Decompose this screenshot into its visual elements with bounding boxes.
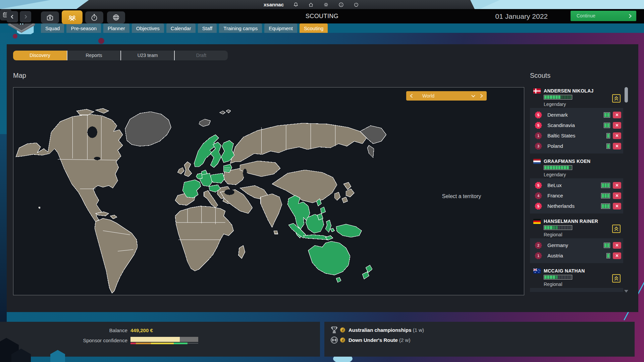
info-icon[interactable] (338, 2, 344, 8)
region-name: Baltic States (547, 133, 575, 138)
nav-bar: SCOUTING 01 January 2022 Continue (0, 9, 644, 23)
subtab-u23-team[interactable]: U23 team (120, 51, 174, 60)
region-name: Scandinavia (547, 122, 575, 128)
region-row[interactable]: 5 Scandinavia ✕ (530, 120, 623, 131)
remove-region-button[interactable]: ✕ (613, 112, 621, 118)
promote-scout-button[interactable] (612, 225, 621, 233)
region-name: Germany (547, 242, 568, 248)
scout-flag (533, 219, 541, 224)
event-icon (330, 336, 339, 345)
region-row[interactable]: 5 Denmark ✕ (530, 110, 623, 120)
scout-regions: 5 Denmark ✕ 5 Scandinavia ✕ 1 Baltic Sta… (530, 108, 623, 154)
scout-entry: MCCAIG NATHAN Regional (530, 267, 623, 292)
info-dot-icon: i (340, 327, 345, 333)
region-level-badge: 5 (535, 182, 542, 189)
remove-region-button[interactable]: ✕ (613, 252, 621, 259)
denmark-flag-icon (533, 88, 541, 94)
remove-region-button[interactable]: ✕ (613, 122, 621, 129)
region-level-badge: 1 (535, 252, 542, 259)
sub-tab-bar: DiscoveryReportsU23 teamDraft (13, 51, 228, 60)
bell-icon[interactable] (293, 2, 299, 8)
balance-label: Balance (54, 327, 127, 333)
scout-header[interactable]: ANDERSEN NIKOLAJ Legendary (530, 87, 623, 108)
region-name: BeLux (547, 182, 562, 188)
scout-level: Legendary (544, 102, 566, 107)
tab-objectives[interactable]: Objectives (132, 23, 164, 33)
tab-planner[interactable]: Planner (103, 23, 129, 33)
scroll-down-icon[interactable] (624, 290, 628, 293)
continue-button[interactable]: Continue (571, 11, 636, 21)
scout-entry: GRAAFMANS KOEN Legendary 5 BeLux ✕ 4 Fra… (530, 158, 623, 214)
scout-progress-bar (544, 95, 572, 100)
region-segments-indicator (601, 183, 610, 188)
remove-region-button[interactable]: ✕ (613, 182, 621, 189)
tab-scouting[interactable]: Scouting (300, 23, 328, 33)
tab-equipment[interactable]: Equipment (264, 23, 297, 33)
scout-header[interactable]: GRAAFMANS KOEN Legendary (530, 158, 623, 178)
tab-pre-season[interactable]: Pre-season (66, 23, 101, 33)
scout-header[interactable]: HANSELMANN RAINER Regional (530, 218, 623, 238)
region-name: Denmark (547, 112, 568, 118)
region-level-badge: 5 (535, 202, 542, 210)
info-dot-icon: i (340, 338, 345, 343)
region-row[interactable]: 5 BeLux ✕ (530, 180, 623, 191)
selector-prev-icon[interactable] (410, 94, 413, 98)
event-row[interactable]: 1 i Australian championships (1 w) (324, 325, 635, 335)
main-tab-bar: SquadPre-seasonPlannerObjectivesCalendar… (0, 23, 644, 33)
region-segments-indicator (604, 123, 610, 128)
race-icon (330, 336, 339, 345)
scout-entry: HANSELMANN RAINER Regional 2 Germany ✕ 1… (530, 218, 623, 263)
scout-header[interactable]: MCCAIG NATHAN Regional (530, 267, 623, 288)
scout-flag (533, 159, 541, 164)
region-row[interactable]: 1 Austria ✕ (530, 251, 623, 261)
power-icon[interactable] (353, 2, 359, 8)
scout-entry: ANDERSEN NIKOLAJ Legendary 5 Denmark ✕ 5… (530, 87, 623, 154)
event-name: Down Under's Route (348, 337, 398, 343)
current-date: 01 January 2022 (495, 9, 548, 23)
promote-scout-button[interactable] (612, 274, 621, 283)
tab-training-camps[interactable]: Training camps (219, 23, 262, 33)
username: xsannac (264, 2, 284, 7)
tab-squad[interactable]: Squad (41, 23, 64, 33)
subtab-discovery[interactable]: Discovery (13, 51, 67, 60)
region-row[interactable]: 1 Baltic States ✕ (530, 131, 623, 141)
remove-region-button[interactable]: ✕ (613, 203, 621, 209)
region-row[interactable]: 3 Poland ✕ (530, 141, 623, 152)
promote-scout-button[interactable] (612, 94, 621, 103)
trophy-icon: 1 (330, 325, 339, 335)
subtab-reports[interactable]: Reports (67, 51, 120, 60)
remove-region-button[interactable]: ✕ (613, 192, 621, 199)
remove-region-button[interactable]: ✕ (613, 143, 621, 149)
region-row[interactable]: 2 Germany ✕ (530, 240, 623, 251)
tab-calendar[interactable]: Calendar (166, 23, 196, 33)
decor-shape (0, 134, 7, 322)
event-row[interactable]: i Down Under's Route (2 w) (324, 335, 635, 345)
region-segments-indicator (606, 133, 610, 138)
chevron-down-icon[interactable] (471, 95, 475, 98)
remove-region-button[interactable]: ✕ (613, 132, 621, 139)
tab-staff[interactable]: Staff (198, 23, 217, 33)
region-row[interactable]: 4 France ✕ (530, 191, 623, 201)
scout-regions: 2 Germany ✕ 1 Austria ✕ (530, 238, 623, 263)
region-segments-indicator (601, 193, 610, 198)
region-segments-indicator (606, 143, 610, 149)
gear-icon[interactable] (323, 2, 329, 8)
scout-flag (533, 88, 541, 94)
home-icon[interactable] (308, 2, 314, 8)
event-name: Australian championships (348, 327, 412, 333)
region-row[interactable]: 5 Netherlands ✕ (530, 201, 623, 212)
event-icon: 1 (330, 325, 339, 335)
remove-region-button[interactable]: ✕ (613, 242, 621, 249)
netherlands-flag-icon (533, 159, 541, 164)
selector-next-icon[interactable] (480, 94, 483, 98)
territory-selector[interactable]: World (406, 91, 487, 101)
scout-flag (533, 268, 541, 274)
scout-name: ANDERSEN NIKOLAJ (544, 88, 594, 94)
event-duration: (1 w) (412, 327, 424, 333)
scout-level: Legendary (544, 172, 566, 177)
map-hint-text: Select a territory (428, 193, 495, 199)
scrollbar-thumb[interactable] (625, 87, 628, 103)
scout-level: Regional (544, 282, 562, 287)
world-map[interactable] (15, 108, 391, 294)
sponsor-bar-fill (130, 337, 180, 342)
